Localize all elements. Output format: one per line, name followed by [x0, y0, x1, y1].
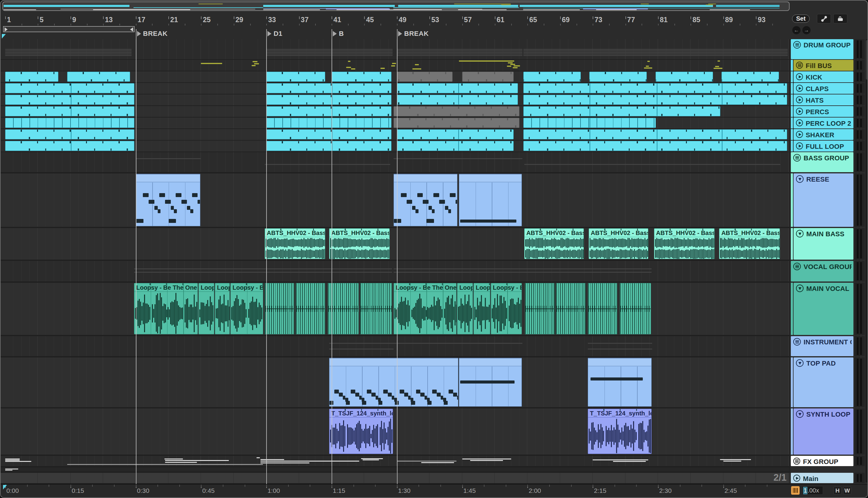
- drum-clip[interactable]: [5, 72, 58, 82]
- lane-perc-loop-2[interactable]: [1, 118, 790, 129]
- playhead-marker[interactable]: [3, 485, 7, 489]
- sliced-vocal-clip[interactable]: [265, 283, 294, 334]
- drum-clip[interactable]: [655, 72, 713, 82]
- drum-clip[interactable]: [523, 95, 787, 105]
- track-header-full-loop[interactable]: FULL LOOP: [793, 141, 853, 152]
- fill-clip-mark[interactable]: [644, 67, 652, 69]
- lane-instrument-gr[interactable]: [1, 336, 790, 356]
- playback-speed-field[interactable]: 1.00x: [802, 486, 823, 495]
- audio-clip-vocal[interactable]: Loopsy - B: [491, 283, 522, 334]
- track-play-icon[interactable]: [796, 85, 803, 92]
- drum-clip[interactable]: [397, 129, 514, 140]
- fill-clip-mark[interactable]: [646, 66, 649, 67]
- fill-clip-mark[interactable]: [714, 68, 723, 69]
- track-unfold-icon[interactable]: [796, 359, 804, 367]
- drum-clip[interactable]: [5, 141, 134, 151]
- loop-brace-end-handle[interactable]: [130, 27, 133, 31]
- drum-clip[interactable]: [5, 83, 134, 93]
- fill-clip-mark[interactable]: [392, 63, 396, 64]
- drum-clip[interactable]: [266, 141, 391, 151]
- fill-clip-mark[interactable]: [253, 61, 257, 62]
- track-header-fx-group[interactable]: FX GROUP: [791, 456, 853, 466]
- drum-clip[interactable]: [523, 141, 787, 151]
- fill-clip-mark[interactable]: [381, 68, 384, 69]
- lane-drum-group[interactable]: [1, 39, 790, 59]
- group-fold-icon[interactable]: [793, 458, 800, 464]
- track-header-percs[interactable]: PERCS: [793, 106, 853, 117]
- loop-brace-start-handle[interactable]: [4, 27, 8, 31]
- fill-clip-mark[interactable]: [412, 68, 422, 69]
- audio-clip-synth[interactable]: T_TSJF_124_synth_lo: [329, 409, 393, 454]
- track-play-icon[interactable]: [796, 119, 803, 126]
- track-header-main[interactable]: Main: [791, 473, 853, 483]
- track-play-icon[interactable]: [796, 96, 803, 103]
- audio-clip-synth[interactable]: T_TSJF_124_synth_lo: [588, 409, 652, 454]
- locator-flag[interactable]: BREAK: [137, 30, 168, 38]
- drum-clip-deactivated[interactable]: [394, 118, 520, 128]
- track-play-icon[interactable]: [793, 475, 800, 482]
- locator-flag[interactable]: BREAK: [398, 30, 429, 38]
- lane-percs[interactable]: [1, 106, 790, 117]
- drum-clip[interactable]: [266, 118, 391, 128]
- midi-clip[interactable]: [588, 358, 652, 407]
- drum-clip[interactable]: [397, 83, 518, 93]
- lock-button[interactable]: [833, 14, 847, 23]
- sliced-vocal-clip[interactable]: [620, 283, 651, 334]
- vertical-scrollbar-handle[interactable]: [866, 40, 868, 80]
- drum-clip[interactable]: [266, 106, 391, 116]
- locator-flag[interactable]: D1: [267, 30, 282, 38]
- midi-clip[interactable]: [136, 174, 201, 226]
- lane-reese[interactable]: [1, 173, 790, 227]
- midi-clip[interactable]: [329, 358, 458, 407]
- fill-clip-mark[interactable]: [514, 65, 520, 66]
- midi-clip[interactable]: [459, 174, 522, 226]
- fill-clip-mark[interactable]: [508, 62, 513, 64]
- sliced-vocal-clip[interactable]: [296, 283, 325, 334]
- fill-clip-mark[interactable]: [507, 66, 511, 67]
- set-button[interactable]: Set: [792, 15, 810, 23]
- bar-ruler[interactable]: 1591317212529333741454953576165697377818…: [1, 15, 790, 26]
- audio-clip-vocal[interactable]: Loop: [215, 283, 230, 334]
- drum-clip[interactable]: [397, 141, 514, 151]
- drum-clip[interactable]: [67, 72, 130, 82]
- track-header-top-pad[interactable]: TOP PAD: [793, 357, 853, 407]
- track-play-icon[interactable]: [796, 131, 803, 138]
- fill-clip-mark[interactable]: [459, 61, 514, 62]
- locator-flag[interactable]: B: [333, 30, 344, 38]
- fill-clip-mark[interactable]: [513, 67, 518, 68]
- fill-clip-mark[interactable]: [201, 63, 222, 64]
- track-header-main-vocal[interactable]: MAIN VOCAL: [793, 283, 853, 335]
- fill-clip-mark[interactable]: [346, 67, 351, 68]
- fill-clip-mark[interactable]: [254, 63, 259, 64]
- lane-vocal-group[interactable]: [1, 261, 790, 281]
- midi-clip[interactable]: [394, 174, 457, 226]
- audio-clip-vocal[interactable]: Loop: [457, 283, 473, 334]
- fill-clip-mark[interactable]: [351, 68, 355, 69]
- audio-clip-vocal[interactable]: Loop: [199, 283, 214, 334]
- drum-clip[interactable]: [332, 72, 392, 82]
- lane-fx-group[interactable]: [1, 456, 790, 466]
- lane-hats[interactable]: [1, 94, 790, 105]
- vertical-scrollbar-track[interactable]: [866, 39, 868, 483]
- track-play-icon[interactable]: [796, 142, 803, 149]
- track-header-shaker[interactable]: SHAKER: [793, 129, 853, 140]
- sliced-vocal-clip[interactable]: [588, 283, 617, 334]
- group-fold-icon[interactable]: [793, 338, 801, 345]
- lane-fill-bus[interactable]: [1, 60, 790, 71]
- drum-clip[interactable]: [5, 106, 134, 116]
- audio-clip-bass[interactable]: ABTS_HHV02 - Bass: [329, 228, 390, 259]
- track-unfold-icon[interactable]: [796, 285, 804, 292]
- fill-clip-mark[interactable]: [715, 66, 719, 67]
- fill-clip-mark[interactable]: [647, 61, 650, 62]
- audio-clip-vocal[interactable]: Loopsy - Be The One -: [134, 283, 198, 334]
- history-forward-button[interactable]: →: [802, 26, 810, 34]
- track-header-bass-group[interactable]: BASS GROUP: [791, 152, 853, 172]
- draw-link-button[interactable]: [817, 14, 831, 23]
- fill-clip-mark[interactable]: [510, 64, 515, 65]
- drum-clip[interactable]: [266, 129, 391, 140]
- lane-top-pad[interactable]: [1, 357, 790, 407]
- drum-clip[interactable]: [589, 72, 647, 82]
- lane-main-bass[interactable]: ABTS_HHV02 - BassABTS_HHV02 - BassABTS_H…: [1, 228, 790, 260]
- track-play-icon[interactable]: [796, 108, 803, 115]
- track-header-synth-loop[interactable]: SYNTH LOOP: [793, 408, 853, 455]
